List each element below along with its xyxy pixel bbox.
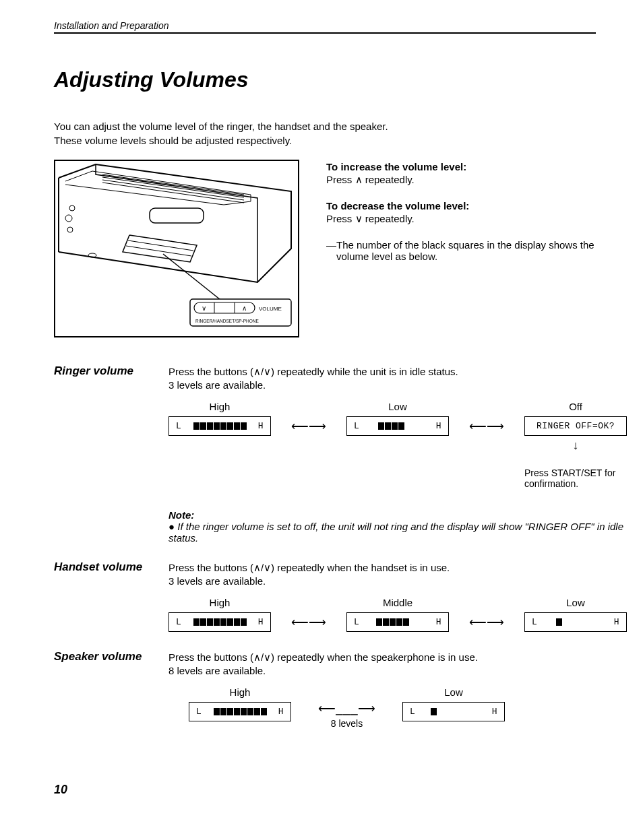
speaker-heading: Speaker volume [54,650,169,664]
handset-high-label: High [169,597,271,608]
arrow-icon: ⟵⟶ [291,416,326,437]
speaker-low-display: L H [402,702,505,721]
speaker-high-label: High [189,686,291,698]
arrow-icon: ⟵⟶ [469,612,504,633]
arrow-icon: ⟵⟶ [291,612,326,633]
svg-rect-4 [150,208,204,223]
ringer-off-display: RINGER OFF=OK? [524,416,627,436]
ringer-high-display: L H [169,416,271,436]
arrow-icon: ⟵⟶ [469,416,504,437]
intro-text: You can adjust the volume level of the r… [54,119,596,148]
svg-text:∨: ∨ [202,304,206,312]
svg-line-5 [128,240,193,251]
handset-high-display: L H [169,612,271,632]
device-illustration: ∨ ∧ VOLUME RINGER/HANDSET/SP-PHONE [54,160,299,337]
handset-low-label: Low [524,597,627,608]
intro-line-2: These volume levels should be adjusted r… [54,135,292,146]
ringer-low-label: Low [346,401,449,412]
instructions-block: To increase the volume level: Press ∧ re… [326,160,596,263]
eight-levels-label: 8 levels [318,718,375,729]
svg-line-11 [163,254,224,302]
speaker-line-2: 8 levels are available. [169,665,596,676]
handset-line-2: 3 levels are available. [169,575,627,587]
intro-line-1: You can adjust the volume level of the r… [54,121,388,132]
arrow-icon: ⟵⎯⎯⎯⟶ [318,701,375,716]
page-number: 10 [54,783,596,797]
decrease-title: To decrease the volume level: [326,200,596,212]
handset-line-1: Press the buttons (∧/∨) repeatedly when … [169,562,627,574]
ringer-low-display: L H [346,416,449,436]
note-title: Note: [169,509,627,521]
ringer-line-1: Press the buttons (∧/∨) repeatedly while… [169,366,627,378]
ringer-high-label: High [169,401,271,412]
handset-low-display: L H [524,612,627,632]
handset-mid-label: Middle [346,597,449,608]
volume-sub-label: RINGER/HANDSET/SP-PHONE [195,319,259,323]
speaker-low-label: Low [402,686,505,698]
svg-point-9 [67,227,73,232]
svg-point-8 [65,215,72,222]
speaker-line-1: Press the buttons (∧/∨) repeatedly when … [169,651,596,664]
ringer-off-label: Off [524,401,627,412]
svg-text:∧: ∧ [242,304,247,312]
handset-heading: Handset volume [54,560,169,574]
squares-note: —The number of the black squares in the … [326,239,596,262]
svg-point-7 [69,205,75,211]
handset-mid-display: L H [346,612,449,632]
svg-line-1 [102,177,244,197]
increase-title: To increase the volume level: [326,161,596,172]
down-arrow-icon: ↓ [524,439,627,453]
running-header: Installation and Preparation [54,20,596,34]
svg-line-6 [126,246,191,256]
note-text: ● If the ringer volume is set to off, th… [169,521,627,544]
speaker-high-display: L H [189,702,291,721]
increase-body: Press ∧ repeatedly. [326,174,596,186]
ringer-heading: Ringer volume [54,364,169,378]
svg-line-0 [102,174,244,195]
page-title: Adjusting Volumes [54,67,596,92]
ringer-confirm-text: Press START/SET for confirmation. [524,467,627,489]
decrease-body: Press ∨ repeatedly. [326,213,596,225]
ringer-line-2: 3 levels are available. [169,379,627,391]
volume-button-label: VOLUME [259,306,282,312]
